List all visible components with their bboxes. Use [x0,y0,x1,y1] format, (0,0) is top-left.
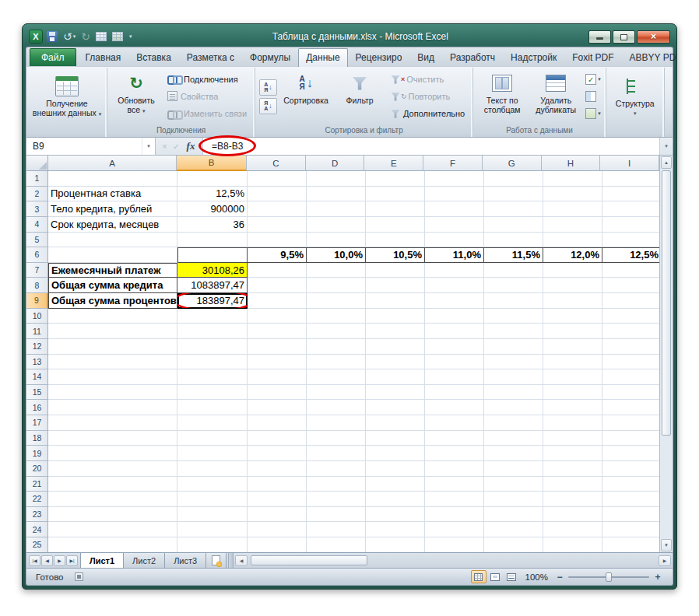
cell-E8[interactable] [366,278,425,293]
cell-G17[interactable] [484,415,543,431]
row-header-13[interactable]: 13 [26,355,48,370]
cell-G16[interactable] [484,400,543,415]
cell-C14[interactable] [248,369,307,385]
zoom-out-button[interactable]: − [554,572,565,583]
cell-G3[interactable] [484,201,543,217]
row-header-9[interactable]: 9 [26,293,48,309]
view-page-break-button[interactable] [504,570,519,583]
ribbon-tab-Надстройк[interactable]: Надстройк [503,48,564,66]
cell-A9[interactable]: Общая сумма процентов [48,293,177,309]
cell-B15[interactable] [177,385,248,401]
cell-G21[interactable] [484,477,543,492]
cell-F4[interactable] [425,217,484,233]
name-box[interactable]: B9 ▾ [26,138,156,155]
cell-E24[interactable] [366,522,425,537]
cell-G4[interactable] [484,217,543,233]
cell-E16[interactable] [366,400,425,415]
scroll-up-button[interactable]: ▲ [661,156,672,169]
cell-A4[interactable]: Срок кредита, месяцев [48,217,177,233]
cell-C7[interactable] [248,263,307,278]
cell-A8[interactable]: Общая сумма кредита [48,278,177,293]
cell-A18[interactable] [48,431,177,446]
cell-A19[interactable] [48,446,177,461]
cell-D23[interactable] [307,507,366,523]
ribbon-tab-Foxit PDF[interactable]: Foxit PDF [564,48,621,66]
zoom-in-button[interactable]: + [652,572,663,583]
close-button[interactable]: × [637,30,670,44]
ribbon-tab-Разметка с[interactable]: Разметка с [179,48,242,66]
cell-C1[interactable] [248,171,307,187]
tab-splitter[interactable] [228,553,234,568]
cell-G9[interactable] [484,293,543,309]
cell-D24[interactable] [307,522,366,537]
cell-B17[interactable] [177,415,248,431]
cell-C10[interactable] [248,309,307,324]
cell-F19[interactable] [425,446,484,461]
cell-H14[interactable] [543,369,602,385]
view-normal-button[interactable] [471,570,486,583]
cell-F12[interactable] [425,339,484,355]
cell-D2[interactable] [307,187,366,202]
cell-I4[interactable] [602,217,659,233]
cell-H1[interactable] [543,171,602,187]
cell-I23[interactable] [602,507,659,523]
cell-H22[interactable] [543,492,602,507]
cell-C20[interactable] [248,461,307,477]
cell-A1[interactable] [48,171,177,187]
row-header-7[interactable]: 7 [26,263,48,278]
cell-H5[interactable] [543,233,602,248]
cell-B18[interactable] [177,431,248,446]
cell-C4[interactable] [248,217,307,233]
outline-button[interactable]: Структура ▾ [609,69,661,136]
cell-B9[interactable]: 183897,47 [177,293,248,309]
row-header-17[interactable]: 17 [26,415,48,431]
cell-E5[interactable] [366,233,425,248]
row-header-4[interactable]: 4 [26,217,48,233]
cell-B14[interactable] [177,369,248,385]
cell-F9[interactable] [425,293,484,309]
cell-I20[interactable] [602,461,659,477]
cell-C2[interactable] [248,187,307,202]
cell-B3[interactable]: 900000 [177,201,248,217]
cell-I19[interactable] [602,446,659,461]
cell-E11[interactable] [366,324,425,339]
cell-A22[interactable] [48,492,177,507]
cell-G24[interactable] [484,522,543,537]
cell-F6[interactable]: 11,0% [425,247,484,263]
cell-B19[interactable] [177,446,248,461]
cell-C3[interactable] [248,201,307,217]
row-header-23[interactable]: 23 [26,507,48,523]
cell-H19[interactable] [543,446,602,461]
cell-H15[interactable] [543,385,602,401]
cell-F8[interactable] [425,278,484,293]
cell-G6[interactable]: 11,5% [484,247,543,263]
cell-D10[interactable] [307,309,366,324]
scroll-right-button[interactable]: ▶ [659,555,671,566]
cell-D19[interactable] [307,446,366,461]
cell-I24[interactable] [602,522,659,537]
cell-H2[interactable] [543,187,602,202]
consolidate-button[interactable] [585,91,601,102]
cell-C13[interactable] [248,355,307,370]
column-header-D[interactable]: D [306,156,365,171]
macro-record-button[interactable] [75,572,83,581]
cell-F18[interactable] [425,431,484,446]
get-external-data-button[interactable]: Получение внешних данных ▾ [30,69,104,136]
sheet-tab-Лист2[interactable]: Лист2 [124,553,165,568]
cell-E14[interactable] [366,369,425,385]
cell-D4[interactable] [307,217,366,233]
insert-sheet-button[interactable] [206,553,227,568]
cell-B24[interactable] [177,522,248,537]
row-header-25[interactable]: 25 [26,537,48,552]
cell-B20[interactable] [177,461,248,477]
cell-H21[interactable] [543,477,602,492]
cell-I15[interactable] [602,385,659,401]
cell-I7[interactable] [602,263,659,278]
cell-G1[interactable] [484,171,543,187]
cell-B7[interactable]: 30108,26 [177,263,248,278]
cell-G25[interactable] [484,537,543,552]
name-box-dropdown-icon[interactable]: ▾ [142,138,155,155]
row-header-21[interactable]: 21 [26,477,48,492]
ribbon-tab-Вид[interactable]: Вид [409,48,442,66]
advanced-filter-button[interactable]: Дополнительно [389,108,468,119]
